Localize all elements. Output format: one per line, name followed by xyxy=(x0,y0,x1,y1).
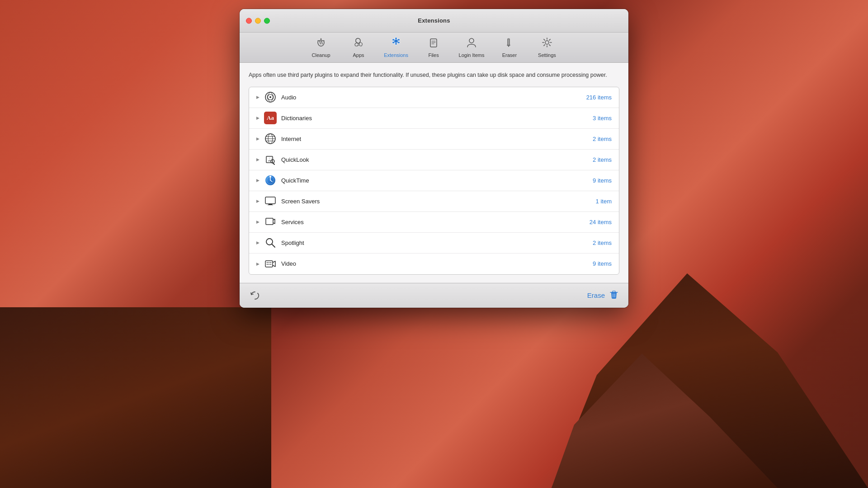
minimize-button[interactable] xyxy=(255,18,261,23)
toolbar-item-cleanup[interactable]: Cleanup xyxy=(309,36,334,58)
video-name: Video xyxy=(281,260,593,267)
chevron-icon-services: ▶ xyxy=(256,220,259,224)
screen-savers-name: Screen Savers xyxy=(281,198,596,205)
services-icon xyxy=(264,216,277,228)
erase-label[interactable]: Erase xyxy=(587,291,605,299)
ext-row-audio[interactable]: ▶ Audio 216 items xyxy=(249,87,619,108)
svg-point-2 xyxy=(392,39,395,41)
chevron-icon-quicktime: ▶ xyxy=(256,178,259,183)
close-button[interactable] xyxy=(246,18,252,23)
chevron-icon-spotlight: ▶ xyxy=(256,240,259,245)
quicklook-count: 2 items xyxy=(593,156,612,163)
ext-row-video[interactable]: ▶ Video 9 items xyxy=(249,253,619,274)
quicklook-icon xyxy=(264,153,277,166)
ext-row-quicktime[interactable]: ▶ xyxy=(249,170,619,191)
extensions-label: Extensions xyxy=(384,52,408,58)
quicklook-name: QuickLook xyxy=(281,156,593,163)
video-icon xyxy=(264,258,277,270)
quicktime-count: 9 items xyxy=(593,177,612,184)
svg-rect-30 xyxy=(269,264,269,265)
spotlight-count: 2 items xyxy=(593,239,612,246)
apps-label: Apps xyxy=(353,52,364,58)
toolbar-item-settings[interactable]: Settings xyxy=(534,36,559,58)
toolbar-item-apps[interactable]: Apps xyxy=(346,36,371,58)
svg-point-7 xyxy=(469,38,474,43)
eraser-icon xyxy=(503,36,516,51)
extensions-icon xyxy=(390,36,402,51)
extensions-list: ▶ Audio 216 items ▶ Aa xyxy=(249,87,619,275)
login-items-icon xyxy=(465,36,478,51)
services-name: Services xyxy=(281,219,590,225)
svg-point-9 xyxy=(545,41,549,44)
toolbar-item-extensions[interactable]: Extensions xyxy=(384,36,409,58)
services-count: 24 items xyxy=(590,219,612,225)
svg-point-8 xyxy=(508,38,509,40)
chevron-icon-video: ▶ xyxy=(256,262,259,266)
svg-rect-21 xyxy=(269,204,272,205)
maximize-button[interactable] xyxy=(264,18,270,23)
svg-point-3 xyxy=(392,42,395,44)
chevron-icon-audio: ▶ xyxy=(256,95,259,99)
chevron-icon-dictionaries: ▶ xyxy=(256,116,259,120)
internet-count: 2 items xyxy=(593,136,612,142)
chevron-icon-internet: ▶ xyxy=(256,136,259,141)
dictionaries-name: Dictionaries xyxy=(281,115,593,122)
svg-rect-20 xyxy=(265,197,275,204)
internet-icon xyxy=(264,132,277,145)
dictionaries-count: 3 items xyxy=(593,115,612,122)
description-text: Apps often use third party plugins to ex… xyxy=(249,71,619,80)
svg-rect-6 xyxy=(430,39,437,47)
ext-row-screen-savers[interactable]: ▶ Screen Savers 1 item xyxy=(249,191,619,212)
cleanup-icon xyxy=(315,36,327,51)
chevron-icon-screen-savers: ▶ xyxy=(256,199,259,203)
erase-icon[interactable] xyxy=(609,289,619,302)
internet-name: Internet xyxy=(281,136,593,142)
screen-savers-icon xyxy=(264,195,277,207)
svg-point-0 xyxy=(398,39,400,41)
svg-rect-28 xyxy=(270,262,271,263)
settings-label: Settings xyxy=(538,52,556,58)
window-title: Extensions xyxy=(418,17,450,24)
settings-icon xyxy=(541,36,553,51)
toolbar-item-login-items[interactable]: Login Items xyxy=(459,36,485,58)
files-label: Files xyxy=(428,52,439,58)
spotlight-name: Spotlight xyxy=(281,239,593,246)
traffic-lights xyxy=(246,18,270,23)
spotlight-icon xyxy=(264,236,277,249)
files-icon xyxy=(427,36,440,51)
footer: Erase xyxy=(240,283,628,308)
titlebar: Extensions xyxy=(240,9,628,33)
chevron-icon-quicklook: ▶ xyxy=(256,157,259,162)
mountain-left xyxy=(0,307,271,488)
svg-rect-31 xyxy=(270,264,271,265)
svg-point-4 xyxy=(395,38,397,40)
toolbar-item-eraser[interactable]: Eraser xyxy=(497,36,522,58)
ext-row-spotlight[interactable]: ▶ Spotlight 2 items xyxy=(249,233,619,253)
ext-row-internet[interactable]: ▶ Internet 2 items xyxy=(249,129,619,150)
audio-icon xyxy=(264,91,277,103)
svg-point-12 xyxy=(269,96,271,98)
ext-row-dictionaries[interactable]: ▶ Aa Dictionaries 3 items xyxy=(249,108,619,129)
toolbar-item-files[interactable]: Files xyxy=(421,36,446,58)
audio-count: 216 items xyxy=(586,94,612,101)
toolbar: Cleanup Apps xyxy=(240,33,628,63)
quicktime-name: QuickTime xyxy=(281,177,593,184)
app-window: Extensions Cleanup A xyxy=(240,9,628,308)
dictionaries-icon: Aa xyxy=(264,112,277,124)
audio-name: Audio xyxy=(281,94,586,101)
ext-row-services[interactable]: ▶ Services 24 items xyxy=(249,212,619,233)
svg-rect-27 xyxy=(269,262,269,263)
erase-group[interactable]: Erase xyxy=(587,289,619,302)
svg-point-1 xyxy=(398,42,400,44)
svg-rect-22 xyxy=(268,205,273,205)
reset-button[interactable] xyxy=(249,289,261,302)
apps-icon xyxy=(352,36,365,51)
svg-rect-29 xyxy=(267,264,268,265)
cleanup-label: Cleanup xyxy=(312,52,330,58)
content-area: Apps often use third party plugins to ex… xyxy=(240,63,628,283)
screen-savers-count: 1 item xyxy=(596,198,612,205)
quicktime-icon xyxy=(264,174,277,187)
video-count: 9 items xyxy=(593,260,612,267)
svg-rect-26 xyxy=(267,262,268,263)
ext-row-quicklook[interactable]: ▶ QuickLook 2 items xyxy=(249,150,619,170)
